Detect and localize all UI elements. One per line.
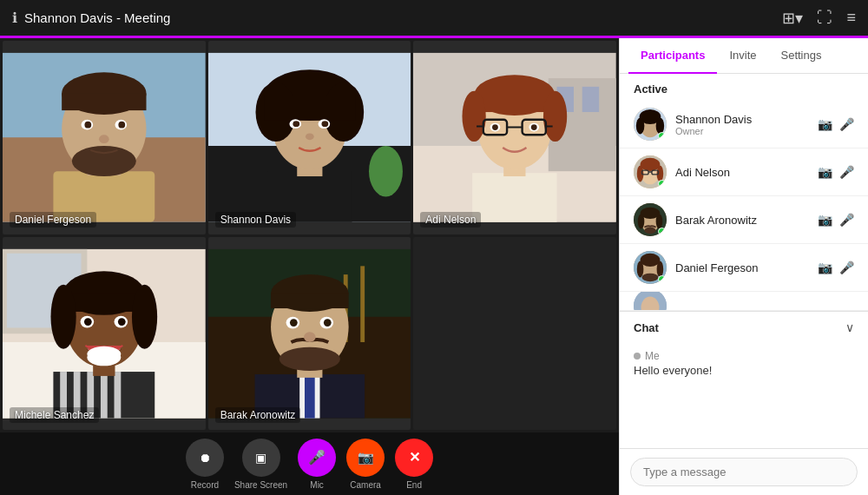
mic-button[interactable]: 🎤 Mic [298,439,336,490]
video-area: Daniel Fergeson [0,38,619,495]
camera-button[interactable]: 📷 Camera [346,439,385,490]
svg-rect-81 [271,293,349,308]
mic-icon[interactable]: 🎤 [298,439,336,477]
end-icon[interactable]: ✕ [395,439,433,477]
main-content: Daniel Fergeson [0,38,868,495]
video-face-barak [208,237,411,431]
participant-name-shannon: Shannon Davis [675,113,809,126]
svg-point-109 [641,254,661,267]
video-cell-daniel: Daniel Fergeson [3,41,206,234]
avatar-adi [634,155,667,188]
tab-settings[interactable]: Settings [769,38,834,74]
share-screen-icon[interactable]: ▣ [242,439,280,477]
participant-role-shannon: Owner [675,126,809,136]
svg-point-27 [369,146,403,196]
chat-msg-text: Hello everyone! [634,364,854,377]
svg-rect-33 [472,173,556,221]
svg-point-86 [324,319,332,327]
video-cell-barak: Barak Aronowitz [208,237,411,431]
participant-media-icons-adi: 📷 🎤 [818,165,854,179]
participant-item-barak: Barak Aronowitz 📷 🎤 [620,196,868,244]
top-bar-right: ⊞▾ ⛶ ≡ [782,9,856,28]
svg-rect-77 [305,373,315,418]
svg-point-104 [638,214,645,228]
svg-point-12 [99,135,109,143]
share-screen-label: Share Screen [234,480,287,490]
svg-point-69 [118,318,126,326]
svg-point-70 [87,346,121,361]
tab-participants[interactable]: Participants [628,38,717,74]
svg-point-38 [463,91,486,142]
grid-view-icon[interactable]: ⊞▾ [782,9,803,28]
avatar-daniel [634,251,667,284]
more-options-icon[interactable]: ≡ [846,9,856,27]
video-cell-empty [413,237,616,431]
svg-point-25 [321,121,328,127]
avatar-shannon [634,108,667,141]
participant-media-icons-barak: 📷 🎤 [818,213,854,227]
chat-input-area [620,448,868,495]
chat-msg-sender: Me [634,350,854,362]
chat-message-input[interactable] [630,458,858,486]
top-bar-left: ℹ Shannon Davis - Meeting [12,10,782,26]
video-cell-michele: Michele Sanchez [3,237,206,431]
chat-header[interactable]: Chat ∨ [620,312,868,343]
svg-point-26 [306,133,314,140]
control-bar: ⏺ Record ▣ Share Screen 🎤 Mic 📷 [0,432,619,495]
svg-point-82 [279,346,339,370]
video-grid: Daniel Fergeson [0,38,619,432]
chat-dot [634,353,641,360]
participant-name-daniel: Daniel Fergeson [675,261,809,274]
video-icon-barak: 📷 [818,213,832,227]
participant-media-icons-shannon: 📷 🎤 [818,117,854,131]
end-button[interactable]: ✕ End [395,439,433,490]
svg-point-24 [293,121,299,127]
online-dot-barak [658,228,666,235]
share-screen-button[interactable]: ▣ Share Screen [234,439,287,490]
svg-point-68 [84,318,92,326]
video-name-daniel: Daniel Fergeson [10,212,96,228]
participant-name-adi: Adi Nelson [675,166,809,179]
svg-point-11 [118,122,125,129]
panel-body: Active Shannon Davis Owner [620,74,868,448]
record-button[interactable]: ⏺ Record [186,439,224,490]
panel-tabs: Participants Invite Settings [620,38,868,74]
svg-point-48 [531,124,537,130]
video-name-barak: Barak Aronowitz [215,407,301,423]
participant-item-shannon: Shannon Davis Owner 📷 🎤 [620,101,868,148]
video-cell-adi: Adi Nelson [413,41,616,234]
chat-collapse-icon[interactable]: ∨ [845,320,854,334]
meeting-title: Shannon Davis - Meeting [24,10,170,25]
svg-point-64 [132,284,157,348]
video-name-michele: Michele Sanchez [10,407,99,423]
mic-icon-barak: 🎤 [839,213,854,227]
chat-section: Chat ∨ Me Hello everyone! [620,311,868,387]
video-face-shannon [208,41,411,234]
svg-point-10 [84,122,91,129]
camera-label: Camera [350,480,381,490]
participant-item-extra [620,292,868,311]
tab-invite[interactable]: Invite [717,38,768,74]
online-dot-daniel [658,275,666,283]
svg-rect-57 [101,372,108,419]
participant-info-barak: Barak Aronowitz [675,214,809,227]
mic-icon-shannon: 🎤 [839,117,854,131]
svg-point-47 [492,124,498,130]
svg-point-110 [637,261,644,277]
video-name-adi: Adi Nelson [420,212,481,228]
chat-sender-name: Me [645,350,660,362]
record-icon[interactable]: ⏺ [186,439,224,477]
participant-info-daniel: Daniel Fergeson [675,261,809,274]
svg-rect-6 [62,94,146,110]
svg-rect-37 [474,96,555,112]
svg-point-87 [304,332,316,342]
avatar-extra [634,292,667,311]
svg-rect-58 [115,372,122,419]
video-face-adi [413,41,616,234]
svg-point-95 [641,158,661,171]
fullscreen-icon[interactable]: ⛶ [817,9,832,27]
video-icon-shannon: 📷 [818,117,832,131]
svg-point-85 [290,319,298,327]
camera-icon[interactable]: 📷 [346,439,385,477]
participant-info-adi: Adi Nelson [675,166,809,179]
